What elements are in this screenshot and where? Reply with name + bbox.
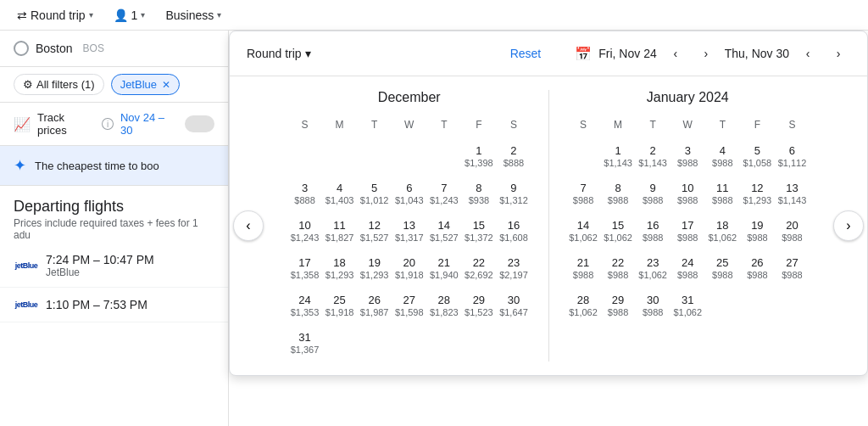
calendar-day-cell[interactable]: 23$2,197 xyxy=(496,249,531,287)
calendar-day-cell[interactable]: 8$938 xyxy=(461,175,496,212)
calendar-day-cell[interactable]: 22$2,692 xyxy=(461,249,496,287)
calendar-next-button[interactable]: › xyxy=(833,210,864,241)
track-prices-toggle[interactable] xyxy=(185,115,214,132)
calendar-day-cell[interactable]: 1$1,143 xyxy=(601,137,636,175)
calendar-day-cell xyxy=(740,287,775,324)
calendar-day-cell[interactable]: 21$988 xyxy=(566,249,601,287)
date-from-next-button[interactable]: › xyxy=(694,42,718,65)
day-header: T xyxy=(636,115,670,137)
calendar-day-cell[interactable]: 22$988 xyxy=(601,249,636,287)
calendar-day-cell[interactable]: 5$1,058 xyxy=(740,137,775,175)
calendar-day-cell[interactable]: 17$988 xyxy=(670,212,705,249)
calendar-day-cell[interactable]: 16$1,608 xyxy=(496,212,531,249)
calendar-day-cell[interactable]: 26$1,987 xyxy=(357,287,392,324)
calendar-day-cell[interactable]: 31$1,367 xyxy=(287,324,322,362)
calendar-day-cell[interactable]: 28$1,823 xyxy=(426,287,461,324)
day-price: $1,293 xyxy=(360,270,389,280)
calendar-day-cell[interactable]: 11$1,827 xyxy=(322,212,357,249)
calendar-day-cell[interactable]: 21$1,940 xyxy=(426,249,461,287)
calendar-day-cell[interactable]: 27$988 xyxy=(775,249,810,287)
flight-item-1[interactable]: jetBlue 7:24 PM – 10:47 PM JetBlue xyxy=(0,244,228,288)
day-number: 11 xyxy=(716,182,728,194)
calendar-day-cell[interactable]: 4$988 xyxy=(705,137,740,175)
calendar-day-cell[interactable]: 4$1,403 xyxy=(322,175,357,212)
calendar-day-cell[interactable]: 12$1,527 xyxy=(357,212,392,249)
calendar-day-cell[interactable]: 23$1,062 xyxy=(636,249,670,287)
date-from-prev-button[interactable]: ‹ xyxy=(664,42,687,65)
all-filters-button[interactable]: ⚙ All filters (1) xyxy=(14,74,104,95)
day-header: M xyxy=(601,115,636,137)
jetblue-filter-close[interactable]: ✕ xyxy=(162,79,170,91)
calendar-day-cell[interactable]: 24$988 xyxy=(670,249,705,287)
calendar-day-cell[interactable]: 24$1,353 xyxy=(287,287,322,324)
calendar-day-cell[interactable]: 12$1,293 xyxy=(740,175,775,212)
calendar-day-cell[interactable]: 10$988 xyxy=(670,175,705,212)
calendar-day-cell[interactable]: 3$888 xyxy=(287,175,322,212)
day-price: $988 xyxy=(643,307,663,317)
calendar-day-cell[interactable]: 15$1,372 xyxy=(461,212,496,249)
day-price: $988 xyxy=(643,195,663,205)
calendar-day-cell[interactable]: 10$1,243 xyxy=(287,212,322,249)
calendar-day-cell[interactable]: 9$1,312 xyxy=(496,175,531,212)
flight-times-1: 7:24 PM – 10:47 PM xyxy=(46,253,214,266)
passengers-button[interactable]: 👤 1 ▾ xyxy=(107,5,153,25)
calendar-day-cell[interactable]: 16$988 xyxy=(636,212,670,249)
flight-item-2[interactable]: jetBlue 1:10 PM – 7:53 PM xyxy=(0,288,228,322)
day-number: 14 xyxy=(577,219,589,232)
calendar-day-cell[interactable]: 11$988 xyxy=(705,175,740,212)
jetblue-filter-button[interactable]: JetBlue ✕ xyxy=(111,74,180,95)
day-number: 10 xyxy=(682,182,693,194)
calendar-day-cell[interactable]: 14$1,062 xyxy=(566,212,601,249)
calendar-day-cell[interactable]: 6$1,112 xyxy=(775,137,810,175)
calendar-day-cell[interactable]: 29$1,523 xyxy=(461,287,496,324)
calendar-day-cell xyxy=(322,324,357,362)
day-header: F xyxy=(461,115,496,137)
date-to-next-button[interactable]: › xyxy=(826,42,850,65)
calendar-day-cell[interactable]: 6$1,043 xyxy=(392,175,426,212)
calendar-day-cell[interactable]: 29$988 xyxy=(601,287,636,324)
calendar-day-cell[interactable]: 2$888 xyxy=(496,137,531,175)
calendar-day-cell[interactable]: 19$988 xyxy=(740,212,775,249)
class-button[interactable]: Business ▾ xyxy=(159,5,228,25)
calendar-day-cell[interactable]: 27$1,598 xyxy=(392,287,426,324)
calendar-day-cell[interactable]: 2$1,143 xyxy=(636,137,670,175)
day-price: $1,403 xyxy=(326,195,354,205)
calendar-day-cell[interactable]: 26$988 xyxy=(740,249,775,287)
calendar-day-cell[interactable]: 18$1,062 xyxy=(705,212,740,249)
calendar-day-cell[interactable]: 15$1,062 xyxy=(601,212,636,249)
calendar-day-cell[interactable]: 7$1,243 xyxy=(426,175,461,212)
day-header: M xyxy=(322,115,357,137)
info-icon[interactable]: i xyxy=(102,118,114,130)
calendar-day-cell[interactable]: 1$1,398 xyxy=(461,137,496,175)
reset-button[interactable]: Reset xyxy=(510,47,542,60)
city-code: BOS xyxy=(83,42,104,54)
day-header: F xyxy=(740,115,775,137)
calendar-day-cell[interactable]: 30$988 xyxy=(636,287,670,324)
calendar-day-cell[interactable]: 3$988 xyxy=(670,137,705,175)
calendar-round-trip-select[interactable]: Round trip ▾ xyxy=(247,47,311,60)
calendar-day-cell[interactable]: 7$988 xyxy=(566,175,601,212)
calendar-day-cell[interactable]: 31$1,062 xyxy=(670,287,705,324)
calendar-day-cell[interactable]: 25$988 xyxy=(705,249,740,287)
calendar-day-cell[interactable]: 9$988 xyxy=(636,175,670,212)
calendar-day-cell[interactable]: 8$988 xyxy=(601,175,636,212)
calendar-day-cell[interactable]: 25$1,918 xyxy=(322,287,357,324)
calendar-day-cell[interactable]: 20$1,918 xyxy=(392,249,426,287)
calendar-day-cell[interactable]: 20$988 xyxy=(775,212,810,249)
calendar-day-cell[interactable]: 28$1,062 xyxy=(566,287,601,324)
calendar-day-cell[interactable]: 30$1,647 xyxy=(496,287,531,324)
calendar-day-cell[interactable]: 14$1,527 xyxy=(426,212,461,249)
calendar-day-cell[interactable]: 13$1,143 xyxy=(775,175,810,212)
calendar-day-cell[interactable]: 17$1,358 xyxy=(287,249,322,287)
day-number: 26 xyxy=(368,294,380,306)
calendar-day-cell[interactable]: 13$1,317 xyxy=(392,212,426,249)
calendar-day-cell[interactable]: 18$1,293 xyxy=(322,249,357,287)
day-number: 6 xyxy=(406,182,412,194)
trip-type-button[interactable]: ⇄ Round trip ▾ xyxy=(10,5,100,25)
day-price: $1,293 xyxy=(326,270,354,280)
date-to-prev-button[interactable]: ‹ xyxy=(796,42,820,65)
left-panel: Boston BOS ⚙ All filters (1) JetBlue ✕ 📈… xyxy=(0,31,229,426)
calendar-day-cell[interactable]: 5$1,012 xyxy=(357,175,392,212)
calendar-day-cell[interactable]: 19$1,293 xyxy=(357,249,392,287)
calendar-prev-button[interactable]: ‹ xyxy=(233,210,264,241)
